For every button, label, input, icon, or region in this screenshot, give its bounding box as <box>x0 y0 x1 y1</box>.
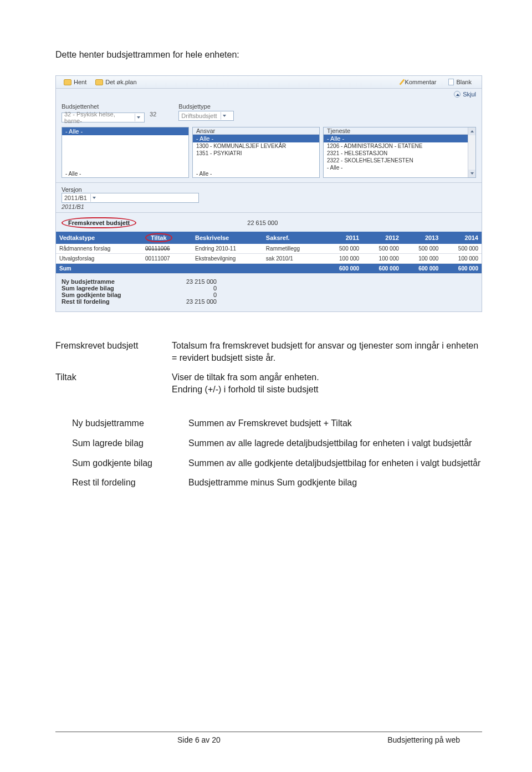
sum-row: Sum 600 000 600 000 600 000 600 000 <box>56 264 482 274</box>
def-label: Fremskrevet budsjett <box>55 340 172 364</box>
tjeneste-all[interactable]: - Alle - <box>324 135 475 142</box>
versjon-group: Versjon 2011/B1 2011/B1 <box>56 183 482 212</box>
ansvar-bottom: - Alle - <box>193 170 319 177</box>
budsjettenhet-code: 32 <box>150 111 156 117</box>
fremskrevet-value: 22 615 000 <box>247 219 278 226</box>
footer-title: Budsjettering på web <box>387 735 460 744</box>
chevron-down-icon <box>90 194 98 202</box>
summary-block: Ny budsjettramme 23 215 000 Sum lagrede … <box>56 274 482 311</box>
ansvar-item[interactable]: 1351 - PSYKIATRI <box>193 150 319 157</box>
pencil-icon <box>399 79 405 85</box>
def-label: Ny budsjettramme <box>72 417 188 430</box>
col-vedtakstype[interactable]: Vedtakstype <box>56 232 142 244</box>
summary-label: Rest til fordeling <box>62 298 167 305</box>
col-beskrivelse[interactable]: Beskrivelse <box>192 232 263 244</box>
chevron-up-icon <box>454 91 461 98</box>
col-saksref[interactable]: Saksref. <box>263 232 323 244</box>
versjon-select[interactable]: 2011/B1 <box>62 193 199 203</box>
toolbar: Hent Det øk.plan Kommentar Blank <box>56 76 482 89</box>
footer-page: Side 6 av 20 <box>177 735 221 744</box>
tjeneste-item[interactable]: 2322 - SKOLEHELSETJENESTEN <box>324 157 475 164</box>
detokplan-button[interactable]: Det øk.plan <box>92 78 140 86</box>
sum-cell: 600 000 <box>362 264 402 274</box>
col-2013[interactable]: 2013 <box>402 232 442 244</box>
chevron-down-icon <box>135 114 142 121</box>
budsjettenhet-group: Budsjettenhet 32 - Psykisk helse, barne-… <box>62 103 156 122</box>
skjul-toggle[interactable]: Skjul <box>56 89 482 100</box>
cell: Rådmannens forslag <box>56 244 142 254</box>
summary-row: Ny budsjettramme 23 215 000 <box>62 278 476 285</box>
scrollbar[interactable] <box>468 127 475 177</box>
sum-cell: 600 000 <box>323 264 363 274</box>
scroll-down-icon[interactable] <box>468 170 475 177</box>
ansvar-all[interactable]: - Alle - <box>193 135 319 142</box>
def-text: Totalsum fra fremskrevet budsjett for an… <box>172 340 482 364</box>
def-row: Sum lagrede bilag Summen av alle lagrede… <box>72 437 482 449</box>
definitions-1: Fremskrevet budsjett Totalsum fra fremsk… <box>55 340 482 395</box>
cell: Endring 2010-11 <box>192 244 263 254</box>
folder-icon <box>95 79 103 85</box>
skjul-label: Skjul <box>463 91 476 98</box>
folder-icon <box>64 79 71 85</box>
cell: 500 000 <box>402 244 442 254</box>
fremskrevet-circle: Fremskrevet budsjett <box>62 217 136 228</box>
fremskrevet-label: Fremskrevet budsjett <box>68 219 130 226</box>
sum-cell: 600 000 <box>402 264 442 274</box>
table-row[interactable]: Rådmannens forslag 00111006 Endring 2010… <box>56 244 482 254</box>
tjeneste-bottom: - Alle - <box>324 164 475 171</box>
versjon-value: 2011/B1 <box>64 195 87 201</box>
def-text: Summen av Fremskrevet budsjett + Tiltak <box>188 417 482 430</box>
tjeneste-pane[interactable]: Tjeneste - Alle - 1206 - ADMINISTRASJON … <box>323 127 476 178</box>
ansvar-label: Ansvar <box>193 127 319 135</box>
summary-value: 23 215 000 <box>167 298 217 305</box>
def-text: Summen av alle godkjente detaljbudsjettb… <box>188 457 482 469</box>
kommentar-button[interactable]: Kommentar <box>398 78 440 86</box>
budsjettype-select[interactable]: Driftsbudsjett <box>178 111 234 121</box>
summary-label: Ny budsjettramme <box>62 278 167 285</box>
cell: 100 000 <box>362 254 402 264</box>
page-footer: Side 6 av 20 Budsjettering på web <box>55 732 482 744</box>
cell: Rammetillegg <box>263 244 323 254</box>
summary-value: 0 <box>167 285 217 292</box>
fremskrevet-row: Fremskrevet budsjett 22 615 000 <box>56 212 482 232</box>
ansvar-pane[interactable]: Ansvar - Alle - 1300 - KOMMUNALSJEF LEVE… <box>192 127 320 178</box>
def-text: Budsjettramme minus Sum godkjente bilag <box>188 477 482 489</box>
def-text: Viser de tiltak fra som angår enheten. E… <box>172 371 482 395</box>
app-window: Hent Det øk.plan Kommentar Blank Skjul <box>55 75 482 312</box>
budsjettype-group: Budsjettype Driftsbudsjett <box>178 103 234 122</box>
cell: 00111007 <box>142 254 192 264</box>
left-pane-bottom: - Alle - <box>62 170 188 177</box>
summary-row: Sum lagrede bilag 0 <box>62 285 476 292</box>
cell: 100 000 <box>402 254 442 264</box>
tjeneste-item[interactable]: 2321 - HELSESTASJON <box>324 150 475 157</box>
scroll-up-icon[interactable] <box>468 127 475 135</box>
definitions-2: Ny budsjettramme Summen av Fremskrevet b… <box>72 417 482 488</box>
ansvar-item[interactable]: 1300 - KOMMUNALSJEF LEVEKÅR <box>193 142 319 150</box>
hent-button[interactable]: Hent <box>60 78 90 86</box>
left-pane-all[interactable]: - Alle - <box>62 127 188 135</box>
col-2011[interactable]: 2011 <box>323 232 363 244</box>
tjeneste-item[interactable]: 1206 - ADMINISTRASJON - ETATENE <box>324 142 475 150</box>
intro-text: Dette henter budsjettrammen for hele enh… <box>55 50 482 60</box>
table-row[interactable]: Utvalgsforslag 00111007 Ekstrabevilgning… <box>56 254 482 264</box>
col-2012[interactable]: 2012 <box>362 232 402 244</box>
cell: 500 000 <box>442 244 482 254</box>
cell: Utvalgsforslag <box>56 254 142 264</box>
col-tiltak[interactable]: Tiltak <box>142 232 192 244</box>
def-label: Tiltak <box>55 371 172 395</box>
col-2014[interactable]: 2014 <box>442 232 482 244</box>
def-label: Sum godkjente bilag <box>72 457 188 469</box>
vedtak-grid: Vedtakstype Tiltak Beskrivelse Saksref. … <box>56 232 482 274</box>
budsjettype-label: Budsjettype <box>178 103 234 110</box>
def-text: Summen av alle lagrede detaljbudsjettbil… <box>188 437 482 449</box>
footer-rule <box>55 732 482 732</box>
def-label: Rest til fordeling <box>72 477 188 489</box>
left-pane[interactable]: - Alle - - Alle - <box>62 127 189 178</box>
summary-row: Rest til fordeling 23 215 000 <box>62 298 476 305</box>
budsjettenhet-label: Budsjettenhet <box>62 103 156 110</box>
tiltak-circle: Tiltak <box>145 233 172 242</box>
summary-label: Sum lagrede bilag <box>62 285 167 292</box>
budsjettenhet-select[interactable]: 32 - Psykisk helse, barne- <box>62 113 145 122</box>
cell: 100 000 <box>323 254 363 264</box>
blank-button[interactable]: Blank <box>445 78 475 86</box>
